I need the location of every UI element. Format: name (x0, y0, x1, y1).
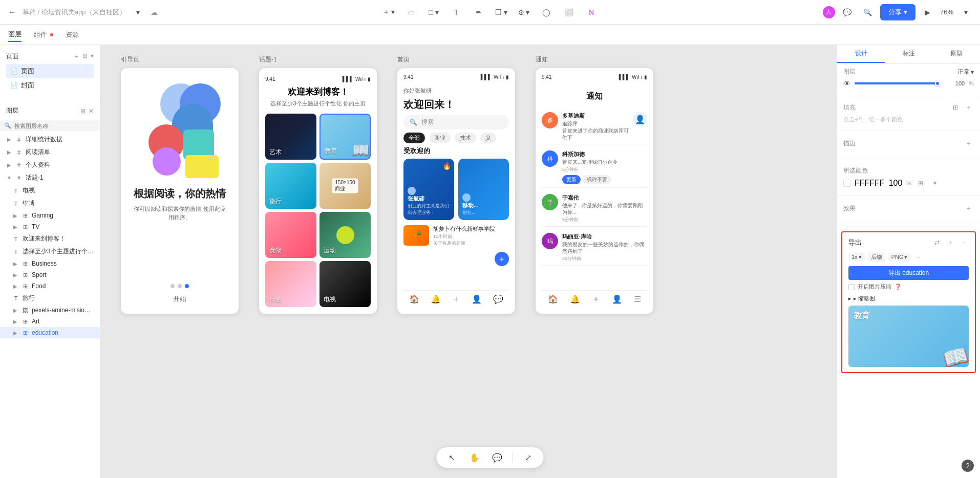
add-button[interactable]: ＋ ▾ (380, 4, 397, 20)
frame-tool[interactable]: ▭ (403, 4, 419, 20)
maybe-btn[interactable]: 或许不要 (583, 175, 611, 184)
text-tool[interactable]: T (448, 4, 464, 20)
topic-cell-food[interactable]: 食物 (265, 212, 316, 258)
hand-tool[interactable]: ✋ (467, 450, 482, 465)
eye-icon[interactable]: 👁 (843, 79, 850, 88)
scale-select[interactable]: 1x ▾ (848, 253, 865, 262)
page-item-cover[interactable]: 📄 封面 (6, 78, 94, 93)
export-button[interactable]: 导出 education (848, 266, 969, 280)
component-tool[interactable]: ❐ ▾ (493, 4, 509, 20)
nav-home-icon[interactable]: 🏠 (409, 294, 419, 304)
format-select[interactable]: PNG ▾ (888, 253, 911, 262)
color-pick-icon[interactable]: ✦ (930, 178, 940, 188)
layer-education[interactable]: ▶ ⊞ education (0, 327, 100, 338)
fill-placeholder[interactable]: 点击+号，统一多个颜色 (843, 116, 974, 123)
pen-tool[interactable]: ✒ (471, 4, 487, 20)
layer-search-input[interactable] (14, 123, 96, 129)
tab-business[interactable]: 商业 (429, 133, 451, 143)
layer-reading-list[interactable]: ▶ # 阅读清单 (0, 146, 100, 159)
dropdown-button[interactable]: ▾ (130, 4, 146, 20)
tab-more[interactable]: 义 (480, 133, 496, 143)
color-options-icon[interactable]: ⊞ (915, 178, 926, 188)
add-stroke-icon[interactable]: ＋ (964, 138, 974, 148)
topic-cell-emotion[interactable]: 情感 (265, 261, 316, 307)
user-avatar[interactable]: 人 (823, 6, 835, 18)
topic-cell-edu[interactable]: 📖 教育 (319, 114, 371, 160)
layer-profile[interactable]: ▶ # 个人资料 (0, 159, 100, 171)
card-1[interactable]: 🔥 张航碲 创业的好主意是我们出去吧业务！ (403, 159, 454, 220)
start-button[interactable]: 开始 (173, 294, 186, 303)
layers-filter-icon[interactable]: ⊞ (80, 107, 86, 115)
layer-photo[interactable]: ▶ 🖼 pexels-amine-m'siouri-224... (0, 305, 100, 316)
topic-cell-art[interactable]: 艺术 (265, 114, 316, 160)
slice-tool[interactable]: ⬜ (561, 4, 577, 20)
add-export-icon[interactable]: ＋ (945, 237, 955, 248)
nav-plus-icon[interactable]: ＋ (452, 294, 460, 305)
export-options-icon[interactable]: ⇄ (932, 237, 942, 248)
layer-gaming[interactable]: ▶ ⊞ Gaming (0, 210, 100, 221)
search-bar-home[interactable]: 🔍 搜索 (403, 115, 509, 129)
nav-message-icon[interactable]: 💬 (493, 294, 503, 304)
topic-cell-tv[interactable]: 电视 (319, 261, 371, 307)
page-item-main[interactable]: 📄 页面 (6, 64, 94, 78)
crop-tool[interactable]: ◯ (538, 4, 555, 20)
nav-profile-icon[interactable]: 👤 (472, 294, 482, 304)
tab-assets[interactable]: 资源 (66, 28, 79, 41)
expand-tool[interactable]: ⤢ (521, 450, 536, 465)
layer-weibo-text[interactable]: T 绯博 (0, 197, 100, 210)
update-btn[interactable]: 更新 (562, 175, 581, 184)
add-effect-icon[interactable]: ＋ (964, 203, 974, 213)
back-button[interactable]: ← (6, 6, 18, 18)
remove-export-icon[interactable]: － (958, 237, 969, 248)
layer-choose-text[interactable]: T 选择至少3个主题进行个性... (0, 245, 100, 258)
topic-cell-travel[interactable]: 旅行 (265, 163, 316, 209)
canvas-area[interactable]: 引导页 根据阅读，你的热情 你可以阅读和探索你的激 (100, 45, 837, 478)
suffix-select[interactable]: 后缀 (868, 252, 885, 262)
right-tab-prototype[interactable]: 原型 (932, 45, 980, 63)
layer-food[interactable]: ▶ ⊞ Food (0, 280, 100, 292)
layer-tv-text[interactable]: T 电视 (0, 184, 100, 197)
play-button[interactable]: ▶ (920, 4, 936, 20)
nav-profile-notice[interactable]: 👤 (612, 294, 622, 304)
tab-all[interactable]: 全部 (403, 133, 425, 143)
tab-layers[interactable]: 图层 (8, 28, 22, 42)
share-button[interactable]: 分享 ▾ (880, 4, 915, 20)
thumbnail-expand-icon[interactable]: ▸ (848, 295, 851, 302)
layer-travel-text[interactable]: T 旅行 (0, 292, 100, 305)
cursor-tool[interactable]: ↖ (445, 450, 459, 465)
zoom-dropdown[interactable]: ▾ (957, 4, 974, 20)
right-tab-annotation[interactable]: 标注 (885, 45, 932, 63)
page-options-icon[interactable]: ⊞ (82, 52, 88, 61)
topic-cell-sport[interactable]: 运动 (319, 212, 371, 258)
fab-button-home[interactable]: ＋ (495, 252, 509, 266)
fill-options-icon[interactable]: ⊞ (950, 102, 961, 113)
layer-tv-frame[interactable]: ▶ ⊞ TV (0, 221, 100, 232)
layer-welcome-text[interactable]: T 欢迎来到博客！ (0, 232, 100, 245)
plugin-tool[interactable]: N (583, 4, 600, 20)
add-fill-icon[interactable]: ＋ (964, 102, 974, 113)
tab-components[interactable]: 组件 (34, 28, 53, 41)
layers-close-icon[interactable]: ✕ (89, 107, 94, 115)
search-button[interactable]: 🔍 (860, 4, 876, 20)
layer-art[interactable]: ▶ ⊞ Art (0, 316, 100, 327)
layer-mode-select[interactable]: 正常 ▾ (957, 68, 974, 76)
tab-tech[interactable]: 技术 (455, 133, 476, 143)
topic-cell-biz[interactable]: 150×150商业 (319, 163, 371, 209)
comment-tool[interactable]: 💬 (490, 450, 504, 465)
nav-bell-icon[interactable]: 🔔 (431, 294, 441, 304)
shape-tool[interactable]: □ ▾ (425, 4, 442, 20)
add-page-icon[interactable]: ＋ (73, 52, 79, 61)
nav-plus-notice[interactable]: ＋ (592, 294, 600, 305)
layer-detailed-stats[interactable]: ▶ # 详细统计数据 (0, 133, 100, 146)
page-expand-icon[interactable]: ▾ (91, 52, 94, 61)
help-button[interactable]: ? (962, 460, 974, 472)
nav-menu-notice[interactable]: ☰ (634, 294, 641, 304)
mask-tool[interactable]: ⊛ ▾ (516, 4, 532, 20)
layer-sport[interactable]: ▶ ⊞ Sport (0, 269, 100, 280)
compress-checkbox[interactable] (848, 284, 855, 290)
comment-button[interactable]: 💬 (839, 4, 856, 20)
layer-topic[interactable]: ▼ # 话题-1 (0, 171, 100, 184)
color-swatch[interactable] (843, 180, 850, 187)
remove-row-icon[interactable]: － (913, 252, 924, 262)
nav-home-notice[interactable]: 🏠 (548, 294, 558, 304)
